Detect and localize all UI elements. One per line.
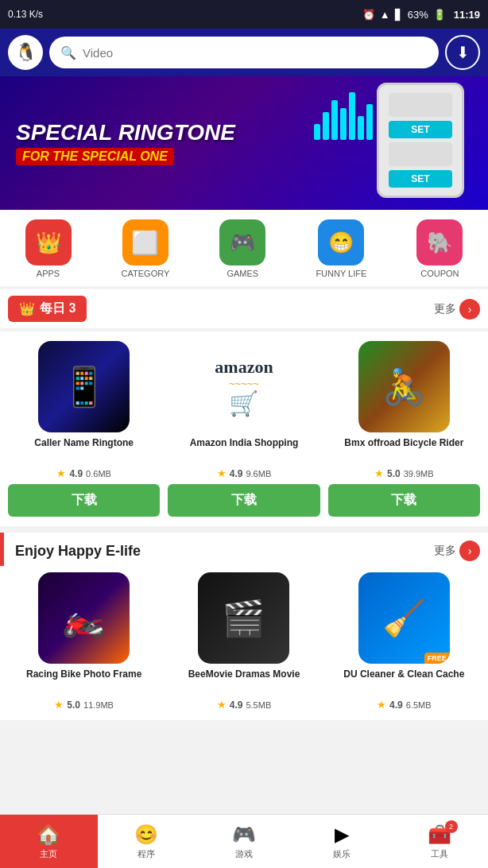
crown-icon: 👑 (19, 301, 35, 316)
cat-item-games[interactable]: 🎮 GAMES (219, 219, 265, 278)
cat-item-category[interactable]: ⬜ CATEGORY (122, 219, 170, 278)
nav-label-tools: 工具 (431, 848, 448, 860)
rating-num-bmx: 5.0 (387, 468, 401, 479)
bar2 (323, 112, 329, 140)
daily-more-arrow: › (459, 299, 480, 320)
size-beemovie: 5.5MB (246, 700, 271, 710)
enjoy-rating-ducleaner: ★ 4.9 6.5MB (377, 699, 431, 711)
daily-title: 每日 3 (40, 300, 76, 317)
games-nav-icon: 🎮 (232, 823, 256, 846)
size-racing: 11.9MB (83, 700, 114, 710)
bar4 (340, 108, 347, 140)
cat-icon-games: 🎮 (219, 219, 265, 265)
enjoy-rating-racing: ★ 5.0 11.9MB (54, 699, 114, 711)
enjoy-card-beemovie: 🎬 BeeMovie Dramas Movie ★ 4.9 5.5MB (168, 572, 320, 711)
header: 🐧 🔍 ⬇ (0, 29, 488, 76)
size-bmx: 39.9MB (404, 469, 434, 479)
cat-label-funnylife: FUNNY LIFE (316, 269, 366, 278)
apps-nav-icon: 😊 (134, 823, 158, 846)
avatar-emoji: 🐧 (15, 42, 37, 63)
free-badge-ducleaner: FREE (424, 653, 450, 664)
daily-more-text: 更多 (434, 302, 456, 316)
bar3 (331, 100, 338, 140)
star-icon-amazon: ★ (217, 467, 227, 479)
download-button-caller[interactable]: 下载 (8, 484, 160, 517)
enjoy-more-text: 更多 (434, 544, 456, 558)
download-button-amazon[interactable]: 下载 (168, 484, 320, 517)
home-icon: 🏠 (37, 823, 60, 846)
cat-icon-coupon: 🐘 (416, 219, 463, 265)
cat-label-coupon: COUPON (420, 269, 459, 278)
enjoy-icon-ducleaner: 🧹 FREE (358, 572, 450, 664)
phone-screen-top (389, 93, 452, 117)
enjoy-name-ducleaner: DU Cleaner & Clean Cache (343, 668, 464, 694)
nav-item-home[interactable]: 🏠 主页 (0, 815, 98, 868)
enjoy-more-link[interactable]: 更多 › (434, 541, 480, 561)
search-bar[interactable]: 🔍 (49, 37, 439, 68)
daily-title-wrap: 👑 每日 3 (8, 296, 87, 322)
enjoy-name-racing: Racing Bike Photo Frame (26, 668, 141, 694)
entertainment-nav-icon: ▶ (335, 823, 349, 846)
daily-section: 👑 每日 3 更多 › 📱 Caller Name Ringtone ★ 4.9… (0, 289, 488, 526)
star-icon-ducleaner: ★ (377, 699, 386, 711)
app-name-caller: Caller Name Ringtone (34, 437, 134, 463)
enjoy-card-ducleaner: 🧹 FREE DU Cleaner & Clean Cache ★ 4.9 6.… (328, 572, 480, 711)
category-row: 👑 APPS ⬜ CATEGORY 🎮 GAMES 😁 FUNNY LIFE 🐘… (0, 210, 488, 286)
rating-num-racing: 5.0 (67, 699, 80, 711)
enjoy-name-beemovie: BeeMovie Dramas Movie (188, 668, 300, 694)
download-button-bmx[interactable]: 下载 (328, 484, 480, 517)
cat-icon-category: ⬜ (122, 219, 168, 265)
banner-text: SPECIAL RINGTONE FOR THE SPECIAL ONE (16, 121, 235, 166)
tools-badge: 2 (445, 820, 458, 833)
nav-item-apps[interactable]: 😊 程序 (98, 815, 196, 868)
cat-item-apps[interactable]: 👑 APPS (25, 219, 72, 278)
nav-label-apps: 程序 (137, 848, 155, 860)
amazon-logo: amazon (215, 357, 273, 378)
search-input[interactable] (83, 46, 428, 60)
size-caller: 0.6MB (86, 469, 111, 479)
enjoy-apps-grid: 🏍️ Racing Bike Photo Frame ★ 5.0 11.9MB … (0, 566, 488, 720)
cat-item-funnylife[interactable]: 😁 FUNNY LIFE (316, 219, 366, 278)
daily-more-link[interactable]: 更多 › (434, 299, 480, 320)
amazon-smile: ~~~~~ (229, 378, 259, 389)
tools-badge-wrap: 🧰 2 (428, 823, 451, 846)
enjoy-title: Enjoy Happy E-life (15, 543, 141, 560)
nav-item-entertainment[interactable]: ▶ 娱乐 (292, 815, 390, 868)
download-button[interactable]: ⬇ (445, 35, 480, 70)
cat-icon-apps: 👑 (25, 219, 72, 265)
enjoy-icon-beemovie: 🎬 (198, 572, 289, 664)
app-icon-amazon: amazon ~~~~~ 🛒 (198, 341, 289, 432)
banner: SPECIAL RINGTONE FOR THE SPECIAL ONE SET… (0, 76, 488, 210)
nav-item-games[interactable]: 🎮 游戏 (196, 815, 293, 868)
enjoy-card-racing: 🏍️ Racing Bike Photo Frame ★ 5.0 11.9MB (8, 572, 160, 711)
avatar[interactable]: 🐧 (8, 35, 43, 70)
signal-icon: ▋ (395, 9, 403, 21)
rating-num-amazon: 4.9 (230, 468, 243, 479)
nav-spacer (0, 720, 488, 774)
app-card-amazon: amazon ~~~~~ 🛒 Amazon India Shopping ★ 4… (168, 341, 320, 517)
status-bar: 0.13 K/s ⏰ ▲ ▋ 63% 🔋 11:19 (0, 0, 488, 29)
rating-num-beemovie: 4.9 (230, 699, 243, 711)
app-icon-caller: 📱 (38, 341, 130, 432)
app-rating-amazon: ★ 4.9 9.6MB (217, 467, 271, 479)
app-icon-bmx: 🚴 (358, 341, 450, 432)
wifi-icon: ▲ (380, 9, 390, 21)
apps-grid: 📱 Caller Name Ringtone ★ 4.9 0.6MB 下载 am… (0, 331, 488, 526)
clock: 11:19 (454, 9, 480, 21)
phone-screen-mid (389, 142, 452, 166)
enjoy-header: Enjoy Happy E-life 更多 › (0, 533, 488, 566)
app-card-caller: 📱 Caller Name Ringtone ★ 4.9 0.6MB 下载 (8, 341, 160, 517)
nav-label-games: 游戏 (235, 848, 253, 860)
phone-mockup: SET SET (377, 83, 464, 198)
daily-crown-badge: 👑 每日 3 (8, 296, 87, 322)
app-rating-caller: ★ 4.9 0.6MB (56, 467, 110, 479)
daily-header: 👑 每日 3 更多 › (0, 289, 488, 328)
enjoy-more-arrow: › (459, 541, 480, 561)
banner-line1: SPECIAL RINGTONE (16, 121, 235, 145)
network-speed: 0.13 K/s (8, 9, 43, 20)
size-amazon: 9.6MB (246, 469, 271, 479)
nav-item-tools[interactable]: 🧰 2 工具 (390, 815, 488, 868)
cat-label-category: CATEGORY (122, 269, 170, 278)
cat-item-coupon[interactable]: 🐘 COUPON (416, 219, 463, 278)
banner-line2: FOR THE SPECIAL ONE (16, 148, 174, 165)
